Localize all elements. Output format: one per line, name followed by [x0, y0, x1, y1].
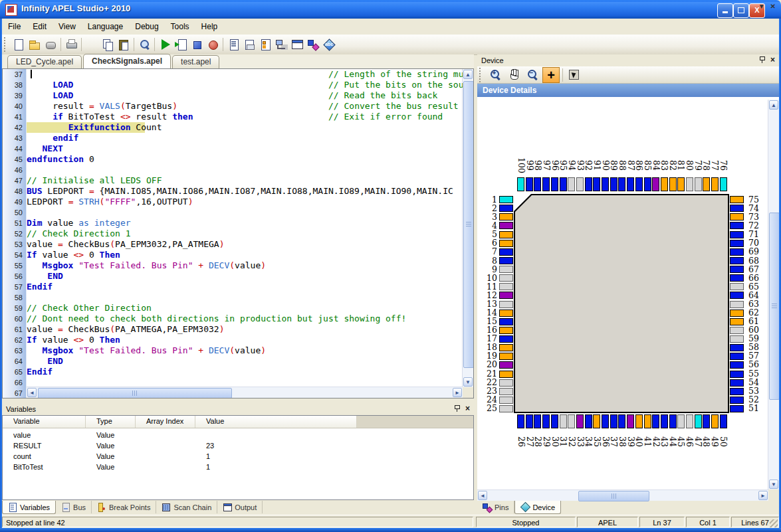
menu-edit[interactable]: Edit [27, 20, 53, 33]
code-line[interactable]: 41 if BitToTest <> result then// Exit if… [3, 112, 463, 122]
pin-28[interactable] [534, 414, 541, 428]
chip-body[interactable] [514, 194, 729, 413]
pin-39[interactable] [627, 414, 634, 428]
pin-20[interactable] [499, 361, 513, 369]
pin-82[interactable] [669, 177, 677, 191]
pin-81[interactable] [677, 177, 685, 191]
code-line[interactable]: 63 Msgbox "Test Failed. Bus Pin" + DECV(… [3, 345, 463, 356]
minimize-button[interactable] [717, 3, 733, 18]
table-row[interactable]: countValue1 [3, 451, 473, 462]
spellcheck-button[interactable]: abc [321, 37, 337, 52]
network-button[interactable] [273, 37, 289, 52]
pin-90[interactable] [602, 177, 609, 191]
device-scroll-up-icon[interactable]: ▲ [769, 100, 778, 110]
paste-button[interactable] [116, 37, 132, 52]
code-line[interactable]: 56 END [3, 271, 463, 282]
code-line[interactable]: 65Endif [3, 367, 463, 377]
tab-device[interactable]: Device [514, 501, 561, 514]
column-header-type[interactable]: Type [86, 416, 136, 428]
code-line[interactable]: 59// Check Other Direction [3, 303, 463, 313]
pin-97[interactable] [542, 177, 550, 191]
zoom-in-tool-button[interactable]: + [487, 67, 504, 83]
pin-29[interactable] [542, 414, 550, 428]
pin-55[interactable] [730, 371, 744, 378]
code-line[interactable]: 57Endif [3, 282, 463, 292]
pin-56[interactable] [730, 361, 744, 369]
menu-view[interactable]: View [53, 20, 82, 33]
pin-63[interactable] [730, 301, 744, 308]
scroll-down-arrow-icon[interactable]: ▼ [463, 377, 473, 387]
pin-13[interactable] [499, 301, 513, 308]
column-header-value[interactable]: Value [195, 416, 357, 428]
pin-68[interactable] [730, 257, 744, 264]
pin-79[interactable] [695, 177, 702, 191]
pin-70[interactable] [730, 240, 744, 247]
pin-53[interactable] [730, 388, 744, 395]
scroll-up-arrow-icon[interactable]: ▲ [463, 70, 473, 79]
pin-47[interactable] [695, 414, 702, 428]
pin-78[interactable] [703, 177, 710, 191]
pin-17[interactable] [499, 335, 513, 343]
pin-9[interactable] [499, 266, 513, 273]
pin-31[interactable] [560, 414, 567, 428]
pin-27[interactable] [526, 414, 533, 428]
pin-80[interactable] [686, 177, 693, 191]
mail-button[interactable] [241, 37, 257, 52]
hand-tool-button[interactable] [505, 67, 522, 83]
code-editor[interactable]: 37// Length of the string mu38 LOAD// Pu… [2, 68, 474, 399]
code-line[interactable]: 62If value <> 0 Then [3, 335, 463, 345]
tab-pins[interactable]: Pins [477, 501, 514, 513]
code-line[interactable]: 46 [3, 165, 463, 175]
close-panel-icon[interactable]: × [465, 404, 470, 412]
code-line[interactable]: 58 [3, 292, 463, 303]
print-button[interactable] [63, 37, 79, 52]
pin-18[interactable] [499, 344, 513, 351]
pin-37[interactable] [610, 414, 617, 428]
code-line[interactable]: 47// Initialise all LEDS OFF [3, 175, 463, 186]
code-line[interactable]: 44 NEXT [3, 143, 463, 154]
pin-51[interactable] [730, 405, 744, 412]
pin-48[interactable] [703, 414, 710, 428]
pin-98[interactable] [534, 177, 541, 191]
pin-26[interactable] [517, 414, 524, 428]
tab-variables[interactable]: Variables [2, 501, 56, 514]
device-horizontal-scrollbar[interactable]: ◄ ► [477, 489, 768, 501]
device-pin-icon[interactable] [759, 56, 765, 64]
run-button[interactable] [157, 37, 173, 52]
pin-83[interactable] [661, 177, 668, 191]
pin-100[interactable] [517, 177, 524, 191]
pin-42[interactable] [652, 414, 659, 428]
menu-tools[interactable]: Tools [165, 20, 195, 33]
pin-30[interactable] [551, 414, 558, 428]
column-header-variable[interactable]: Variable [3, 416, 86, 428]
pin-95[interactable] [560, 177, 567, 191]
pin-64[interactable] [730, 292, 744, 299]
pin-93[interactable] [576, 177, 584, 191]
pin-57[interactable] [730, 353, 744, 360]
pin-19[interactable] [499, 353, 513, 360]
stop-button[interactable] [205, 37, 221, 52]
tab-scan-chain[interactable]: Scan Chain [156, 501, 217, 513]
pin-34[interactable] [585, 414, 592, 428]
pin-73[interactable] [730, 213, 744, 221]
pin-11[interactable] [499, 283, 513, 290]
code-line[interactable]: 40 result = VALS(TargetBus)// Convert th… [3, 101, 463, 112]
pin-72[interactable] [730, 222, 744, 229]
pin-5[interactable] [499, 231, 513, 238]
pin-87[interactable] [627, 177, 634, 191]
pin-69[interactable] [730, 248, 744, 256]
editor-hscroll-thumb[interactable] [38, 388, 232, 399]
code-line[interactable]: 42 Exitfunction Count [3, 122, 463, 133]
code-line[interactable]: 45endfunction 0 [3, 154, 463, 165]
editor-vscroll-thumb[interactable] [463, 81, 474, 368]
pin-88[interactable] [618, 177, 625, 191]
pin-33[interactable] [576, 414, 584, 428]
device-scroll-left-icon[interactable]: ◄ [478, 491, 487, 500]
pin-77[interactable] [711, 177, 719, 191]
maximize-button[interactable] [733, 3, 749, 18]
pin-52[interactable] [730, 397, 744, 404]
pin-14[interactable] [499, 310, 513, 317]
pin-59[interactable] [730, 335, 744, 343]
pin-3[interactable] [499, 213, 513, 221]
pin-38[interactable] [618, 414, 625, 428]
